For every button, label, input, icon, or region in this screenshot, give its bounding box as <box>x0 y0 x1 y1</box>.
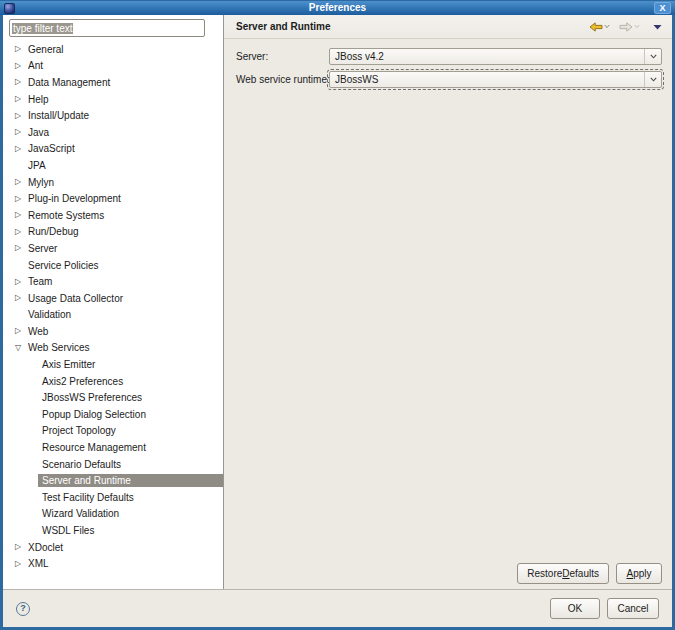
expand-arrow-icon[interactable]: ▷ <box>12 178 24 186</box>
restore-defaults-button[interactable]: Restore Defaults <box>517 563 609 584</box>
close-icon[interactable]: X <box>654 2 671 14</box>
tree-item-label: General <box>24 43 68 56</box>
tree-item-popup-dialog-selection[interactable]: Popup Dialog Selection <box>7 406 223 423</box>
tree-item-label: Validation <box>24 308 75 321</box>
tree-item-install-update[interactable]: ▷Install/Update <box>7 107 223 124</box>
tree-item-jpa[interactable]: JPA <box>7 157 223 174</box>
tree-item-label: XDoclet <box>24 541 67 554</box>
tree-item-remote-systems[interactable]: ▷Remote Systems <box>7 207 223 224</box>
apply-mnemonic: A <box>626 568 633 579</box>
tree-item-jbossws-preferences[interactable]: JBossWS Preferences <box>7 389 223 406</box>
tree-item-wsdl-files[interactable]: WSDL Files <box>7 522 223 539</box>
tree-item-label: Plug-in Development <box>24 192 125 205</box>
back-dropdown-chevron-icon[interactable] <box>604 24 610 29</box>
tree-item-project-topology[interactable]: Project Topology <box>7 423 223 440</box>
help-icon[interactable]: ? <box>16 602 30 616</box>
server-combobox[interactable]: JBoss v4.2 <box>329 48 662 65</box>
tree-item-label: Help <box>24 93 53 106</box>
expand-arrow-icon[interactable]: ▷ <box>12 244 24 252</box>
tree-item-validation[interactable]: Validation <box>7 307 223 324</box>
tree-item-plug-in-development[interactable]: ▷Plug-in Development <box>7 190 223 207</box>
tree-item-service-policies[interactable]: Service Policies <box>7 257 223 274</box>
tree-item-java[interactable]: ▷Java <box>7 124 223 141</box>
tree-item-axis-emitter[interactable]: Axis Emitter <box>7 356 223 373</box>
tree-item-label: JPA <box>24 159 50 172</box>
tree-item-web-services[interactable]: ▽Web Services <box>7 340 223 357</box>
view-menu-icon[interactable] <box>653 24 662 30</box>
eclipse-app-icon <box>4 3 15 14</box>
tree-item-data-management[interactable]: ▷Data Management <box>7 74 223 91</box>
expand-arrow-icon[interactable]: ▷ <box>12 78 24 86</box>
expand-arrow-icon[interactable]: ▷ <box>12 195 24 203</box>
tree-item-label: Scenario Defaults <box>38 458 125 471</box>
tree-item-label: Popup Dialog Selection <box>38 408 150 421</box>
back-icon[interactable] <box>589 22 603 32</box>
web-service-runtime-combobox[interactable]: JBossWS <box>329 71 662 88</box>
tree-item-test-facility-defaults[interactable]: Test Facility Defaults <box>7 489 223 506</box>
tree-item-label: XML <box>24 557 53 570</box>
tree-item-xdoclet[interactable]: ▷XDoclet <box>7 539 223 556</box>
titlebar[interactable]: Preferences X <box>0 0 675 15</box>
tree-item-label: Axis Emitter <box>38 358 99 371</box>
collapse-arrow-icon[interactable]: ▽ <box>12 344 24 352</box>
tree-item-run-debug[interactable]: ▷Run/Debug <box>7 224 223 241</box>
tree-item-axis2-preferences[interactable]: Axis2 Preferences <box>7 373 223 390</box>
page-header: Server and Runtime <box>224 15 672 39</box>
expand-arrow-icon[interactable]: ▷ <box>12 278 24 286</box>
expand-arrow-icon[interactable]: ▷ <box>12 543 24 551</box>
expand-arrow-icon[interactable]: ▷ <box>12 128 24 136</box>
tree-item-scenario-defaults[interactable]: Scenario Defaults <box>7 456 223 473</box>
tree-item-mylyn[interactable]: ▷Mylyn <box>7 174 223 191</box>
cancel-button[interactable]: Cancel <box>607 598 659 619</box>
tree-item-wizard-validation[interactable]: Wizard Validation <box>7 506 223 523</box>
tree-item-label: Run/Debug <box>24 225 83 238</box>
tree-item-team[interactable]: ▷Team <box>7 273 223 290</box>
tree-item-label: Install/Update <box>24 109 93 122</box>
preferences-tree-panel: type filter text ▷General▷Ant▷Data Manag… <box>3 15 224 589</box>
tree-item-label: Java <box>24 126 53 139</box>
expand-arrow-icon[interactable]: ▷ <box>12 560 24 568</box>
expand-arrow-icon[interactable]: ▷ <box>12 228 24 236</box>
expand-arrow-icon[interactable]: ▷ <box>12 211 24 219</box>
preferences-dialog: Preferences X type filter text ▷General▷… <box>0 0 675 630</box>
restore-defaults-label-rest: efaults <box>570 568 599 579</box>
chevron-down-icon[interactable] <box>644 49 661 64</box>
tree-item-general[interactable]: ▷General <box>7 41 223 58</box>
tree-item-ant[interactable]: ▷Ant <box>7 58 223 75</box>
forward-dropdown-chevron-icon <box>634 24 640 29</box>
tree-item-server[interactable]: ▷Server <box>7 240 223 257</box>
tree-item-server-and-runtime[interactable]: Server and Runtime <box>7 472 223 489</box>
filter-input[interactable]: type filter text <box>9 19 205 37</box>
tree-item-xml[interactable]: ▷XML <box>7 555 223 572</box>
tree-item-help[interactable]: ▷Help <box>7 91 223 108</box>
tree-item-label: Test Facility Defaults <box>38 491 138 504</box>
tree-item-label: Resource Management <box>38 441 150 454</box>
ok-button[interactable]: OK <box>550 598 600 619</box>
tree-item-usage-data-collector[interactable]: ▷Usage Data Collector <box>7 290 223 307</box>
expand-arrow-icon[interactable]: ▷ <box>12 145 24 153</box>
expand-arrow-icon[interactable]: ▷ <box>12 112 24 120</box>
tree-item-javascript[interactable]: ▷JavaScript <box>7 141 223 158</box>
page-button-bar: Restore Defaults Apply <box>224 563 672 589</box>
expand-arrow-icon[interactable]: ▷ <box>12 62 24 70</box>
expand-arrow-icon[interactable]: ▷ <box>12 294 24 302</box>
expand-arrow-icon[interactable]: ▷ <box>12 95 24 103</box>
expand-arrow-icon[interactable]: ▷ <box>12 45 24 53</box>
tree-item-label: Web <box>24 325 52 338</box>
expand-arrow-icon[interactable]: ▷ <box>12 327 24 335</box>
tree-item-label: Wizard Validation <box>38 507 123 520</box>
content-panel: Server and Runtime <box>224 15 672 589</box>
tree-item-web[interactable]: ▷Web <box>7 323 223 340</box>
tree-item-label: Ant <box>24 59 47 72</box>
web-service-runtime-label: Web service runtime: <box>236 74 329 85</box>
tree-item-label: Mylyn <box>24 176 58 189</box>
chevron-down-icon[interactable] <box>644 72 661 87</box>
page-title: Server and Runtime <box>236 21 330 32</box>
dialog-frame: type filter text ▷General▷Ant▷Data Manag… <box>0 15 675 630</box>
server-label: Server: <box>236 51 329 62</box>
tree-item-resource-management[interactable]: Resource Management <box>7 439 223 456</box>
apply-button[interactable]: Apply <box>616 563 662 584</box>
filter-text-selected: type filter text <box>12 23 73 34</box>
server-combobox-value: JBoss v4.2 <box>330 51 644 62</box>
tree-item-label: Remote Systems <box>24 209 108 222</box>
